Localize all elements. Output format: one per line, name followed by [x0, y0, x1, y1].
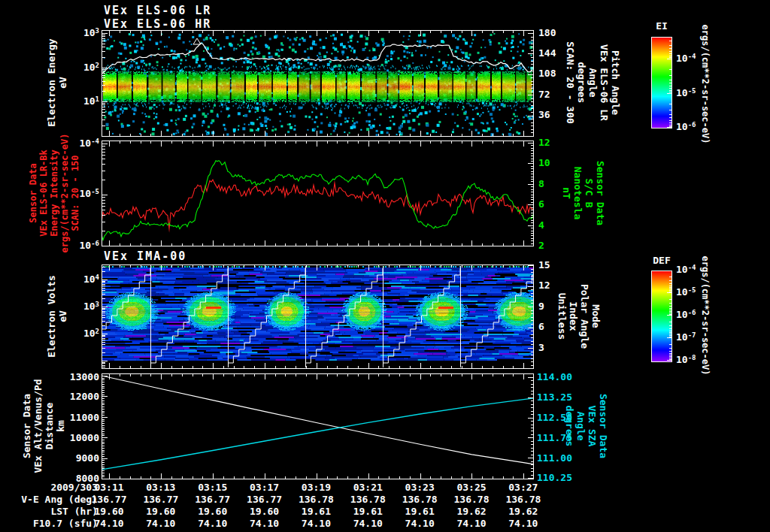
axis-label-line: VEx ELS-06 LR	[599, 41, 610, 124]
axis-label-line: eV	[57, 38, 68, 126]
axis-label-line: VEx ELS-06 LR-Bk	[38, 134, 49, 253]
p3-y-axis-label: Electron Volts eV	[46, 275, 68, 358]
time-label: 03:23	[394, 482, 445, 493]
p2-right-axis-label: Sensor Data S/C B Nanotesla nT	[561, 161, 606, 225]
table-cell: 136.78	[342, 494, 393, 505]
p4-ytick: 10000	[60, 432, 99, 443]
p4-rtick: 111.75	[537, 432, 584, 443]
axis-label-line: Sensor Data	[598, 394, 609, 458]
axis-label-line: Unitless	[556, 284, 568, 349]
table-cell: 19.60	[83, 506, 135, 517]
p4-rtick: 114.00	[537, 371, 584, 382]
p4-ytick: 9000	[60, 452, 99, 464]
p2-rtick: 4	[538, 219, 584, 231]
p4-rtick: 113.25	[537, 391, 584, 403]
p2-rtick: 10	[538, 157, 584, 168]
p1-rtick: 72	[538, 89, 584, 100]
p2-ytick: 10-4	[63, 138, 99, 149]
table-cell: 74.10	[83, 518, 135, 529]
axis-label-line: Pitch Angle	[610, 41, 621, 124]
p2-rtick: 2	[538, 240, 584, 251]
p4-ytick: 11000	[60, 412, 99, 423]
p4-y-axis-label: Sensor Data VEx Alt/Venus/Pd Distance km	[21, 379, 66, 473]
table-cell: 19.62	[446, 506, 497, 517]
table-cell: 74.10	[342, 518, 393, 529]
axis-label-line: Angle	[587, 41, 599, 124]
p2-ytick: 10-6	[63, 240, 99, 251]
cb2-tick: 10-6	[676, 309, 709, 320]
cb2-tick: 10-5	[676, 286, 709, 298]
cb2-tick: 10-4	[676, 264, 709, 275]
p3-rtick: 3	[538, 342, 584, 353]
table-cell: 19.60	[239, 506, 290, 517]
table-cell: 74.10	[498, 518, 549, 529]
table-cell: 74.10	[394, 518, 445, 529]
p1-rtick: 180	[538, 27, 584, 38]
table-cell: 136.78	[290, 494, 341, 505]
cb2-label: DEF	[648, 255, 675, 266]
p1-ytick: 101	[63, 95, 99, 107]
axis-label-line: Distance	[44, 379, 55, 473]
intensity-bfield-canvas	[102, 141, 534, 246]
ima-spectrogram-canvas	[102, 264, 534, 369]
p4-right-axis-label: Sensor Data VEx SZA Angle degrees	[564, 394, 609, 458]
time-label: 03:25	[446, 482, 497, 493]
p4-rtick: 112.50	[537, 412, 584, 423]
p1-rtick: 144	[538, 47, 584, 59]
p3-rtick: 15	[538, 259, 584, 271]
axis-label-line: S/C B	[584, 161, 595, 225]
p2-rtick: 6	[538, 198, 584, 210]
time-label: 03:13	[135, 482, 186, 493]
axis-label-line: Mode	[590, 284, 602, 349]
time-label: 03:15	[187, 482, 238, 493]
table-cell: 19.61	[394, 506, 445, 517]
axis-label-line: eV	[57, 275, 68, 358]
axis-label-line: Electron Energy	[46, 38, 57, 126]
time-label: 03:11	[83, 482, 135, 493]
table-cell: 19.60	[135, 506, 186, 517]
table-cell: 19.61	[290, 506, 341, 517]
table-cell: 74.10	[446, 518, 497, 529]
axis-label-line: Angle	[575, 394, 587, 458]
table-cell: 136.77	[135, 494, 186, 505]
table-cell: 19.60	[187, 506, 238, 517]
table-cell: 136.77	[239, 494, 290, 505]
panel1-title-hr: VEx ELS-06 HR	[104, 17, 211, 31]
p1-ytick: 103	[63, 27, 99, 38]
panel1-title-lr: VEx ELS-06 LR	[104, 4, 211, 17]
ei-colorbar-canvas	[651, 37, 672, 128]
axis-label-line: Energy Intensity	[49, 134, 59, 253]
panel3-title: VEx IMA-00	[104, 249, 186, 263]
table-cell: 136.78	[446, 494, 497, 505]
p1-rtick: 108	[538, 68, 584, 79]
axis-label-line: Sensor Data	[21, 379, 32, 473]
axis-label-line: degrees	[564, 394, 575, 458]
table-cell: 74.10	[239, 518, 290, 529]
p3-rtick: 9	[538, 301, 584, 312]
p3-rtick: 12	[538, 280, 584, 291]
p4-rtick: 111.00	[537, 452, 584, 464]
table-cell: 136.77	[187, 494, 238, 505]
p1-ytick: 102	[63, 62, 99, 73]
def-colorbar-canvas	[651, 271, 672, 362]
table-cell: 136.78	[498, 494, 549, 505]
cb1-tick: 10-6	[676, 121, 709, 132]
table-cell: 74.10	[187, 518, 238, 529]
axis-label-line: nT	[561, 161, 572, 225]
axis-label-line: Sensor Data	[595, 161, 606, 225]
cb1-tick: 10-4	[676, 53, 709, 64]
cb2-tick: 10-7	[676, 331, 709, 343]
table-cell: 74.10	[135, 518, 186, 529]
table-cell: 19.62	[498, 506, 549, 517]
table-cell: 74.10	[290, 518, 341, 529]
time-label: 03:17	[239, 482, 290, 493]
p2-rtick: 8	[538, 178, 584, 189]
time-label: 03:27	[498, 482, 549, 493]
p1-y-axis-label: Electron Energy eV	[46, 38, 68, 126]
p1-rtick: 36	[538, 109, 584, 120]
p3-ytick: 103	[63, 301, 99, 312]
p3-ytick: 104	[63, 274, 99, 285]
axis-label-line: VEx Alt/Venus/Pd	[32, 379, 44, 473]
axis-label-line: VEx SZA	[587, 394, 598, 458]
cb1-tick: 10-5	[676, 87, 709, 98]
